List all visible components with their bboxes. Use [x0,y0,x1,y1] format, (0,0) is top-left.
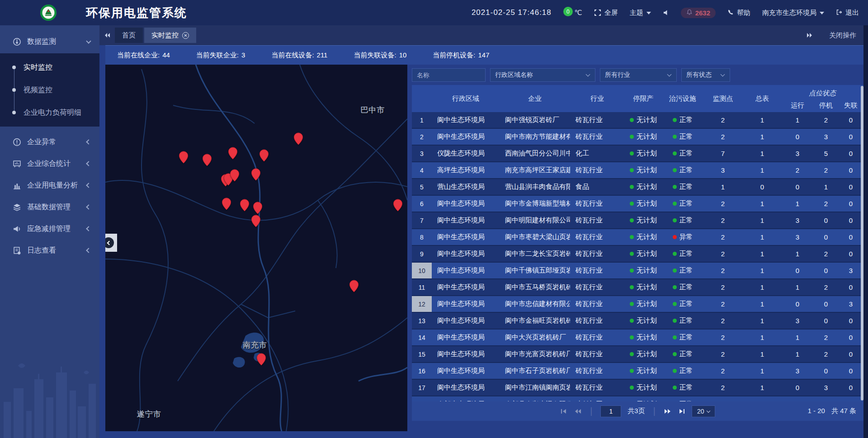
cell-company: 阆中明阳建材有限公司 [500,212,570,228]
table-row[interactable]: 16 阆中生态环境局 阆中市石子页岩机砖厂 砖瓦行业 无计划 正常 2 1 3 … [412,363,863,380]
map-marker-pin[interactable] [349,280,359,292]
map-marker-pin[interactable] [251,168,261,181]
limit-status-dot [630,185,634,189]
tabs-scroll-right-button[interactable] [802,33,817,38]
chevron-left-icon [86,248,91,253]
speaker-mute-icon[interactable] [663,9,669,16]
org-dropdown[interactable]: 南充市生态环境局 [762,9,824,17]
map-marker-pin[interactable] [259,149,269,162]
bell-icon [686,9,693,17]
table-row[interactable]: 2 阆中生态环境局 阆中市南方节能建材有 砖瓦行业 无计划 正常 2 1 0 3… [412,129,863,146]
table-row[interactable]: 17 阆中生态环境局 阆中市江南镇阆南页岩 砖瓦行业 无计划 正常 2 1 0 … [412,380,863,396]
table-row[interactable]: 10 阆中生态环境局 阆中千佛镇五郎垭页岩 砖瓦行业 无计划 正常 2 1 0 … [412,263,863,279]
last-page-button[interactable] [678,409,685,414]
chevron-down-icon [646,12,651,14]
chevron-down-icon [706,409,710,412]
map-marker-pin[interactable] [256,353,266,366]
notification-badge[interactable]: 2632 [681,8,716,18]
cell-stopped: 0 [813,313,839,329]
sidebar-item-5[interactable]: 基础数据管理 [0,196,99,218]
first-page-button[interactable] [560,409,567,414]
stat-item: 当前在线设备: 211 [271,51,327,60]
sidebar-subitem[interactable]: 企业电力负荷明细 [0,101,99,124]
region-select[interactable]: 行政区域名称 [490,68,595,82]
sidebar-item-6[interactable]: 应急减排管理 [0,218,99,240]
temperature-unit: ℃ [575,9,582,17]
map-panel[interactable]: 巴中市南充市遂宁市 [105,65,407,431]
table-row[interactable]: 15 阆中生态环境局 阆中市光富页岩机砖厂 砖瓦行业 无计划 正常 2 1 1 … [412,346,863,363]
table-row[interactable]: 6 阆中生态环境局 阆中市金博瑞新型墙材 砖瓦行业 无计划 正常 2 1 1 2… [412,196,863,212]
sidebar-item-7[interactable]: 日志查看 [0,240,99,261]
tabs-scroll-left-button[interactable] [99,33,115,38]
facility-status-dot [673,118,677,122]
enterprise-panel: 行政区域名称 所有行业 所有状态 行政区域 企业 [412,65,863,431]
map-marker-pin[interactable] [179,151,189,164]
page-size-select[interactable]: 20 [692,405,715,417]
exit-button[interactable]: 退出 [836,9,859,17]
map-marker-pin[interactable] [253,202,262,214]
map-marker-pin[interactable] [230,169,239,182]
cell-region: 阆中生态环境局 [432,330,500,345]
cell-stopped: 2 [813,346,839,362]
cell-stopped: 5 [813,146,839,161]
cell-running: 2 [782,162,813,178]
table-row[interactable]: 8 阆中生态环境局 阆中市枣碧大梁山页岩 砖瓦行业 无计划 异常 2 1 3 0… [412,229,863,246]
next-page-button[interactable] [664,409,672,414]
fullscreen-button[interactable]: 全屏 [594,9,618,17]
table-row[interactable]: 1 阆中生态环境局 阆中强锐页岩砖厂 砖瓦行业 无计划 正常 2 1 1 2 0 [412,112,863,129]
map-marker-pin[interactable] [203,154,212,166]
map-marker-pin[interactable] [228,147,237,160]
map-marker-pin[interactable] [393,199,402,212]
sidebar-subitem[interactable]: 视频监控 [0,79,99,101]
cell-points: 2 [703,330,743,345]
table-row[interactable]: 5 营山生态环境局 营山县润丰肉食品有限 食品 无计划 正常 1 0 0 1 0 [412,179,863,196]
facility-status-dot [673,302,677,306]
map-collapse-button[interactable] [105,234,117,252]
map-marker-pin[interactable] [251,215,261,227]
table-row[interactable]: 7 阆中生态环境局 阆中明阳建材有限公司 砖瓦行业 无计划 正常 2 1 3 0… [412,212,863,229]
table-row[interactable]: 13 阆中生态环境局 阆中市金福旺页岩机砖 砖瓦行业 无计划 正常 2 1 3 … [412,313,863,330]
sidebar-subitem[interactable]: 实时监控 [0,56,99,79]
table-row[interactable]: 18 南部生态环境局 南部县砌兴水泥有限公 建材加工 无计划 正常 6 0 0 … [412,396,863,401]
cell-region: 阆中生态环境局 [432,313,500,329]
cell-lost: 0 [839,146,863,161]
table-scrollbar-thumb[interactable] [861,86,863,400]
sidebar-item-1[interactable]: 数据监测 [0,30,99,53]
sidebar-item-2[interactable]: 企业异常 [0,131,99,153]
tab-home[interactable]: 首页 [115,28,143,43]
cell-stopped: 2 [813,279,839,295]
tab-realtime-monitoring[interactable]: 实时监控 ✕ [144,28,196,43]
limit-status-dot [630,235,634,239]
map-marker-pin[interactable] [240,199,249,212]
facility-status-dot [673,252,677,256]
theme-dropdown[interactable]: 主题 [630,9,651,17]
name-search-input[interactable] [412,68,486,82]
cell-running: 1 [782,279,813,295]
table-row[interactable]: 12 阆中生态环境局 阆中市忠信建材有限公 砖瓦行业 无计划 正常 2 1 0 … [412,296,863,313]
tab-close-icon[interactable]: ✕ [182,32,189,39]
previous-page-button[interactable] [574,409,582,414]
table-row[interactable]: 14 阆中生态环境局 阆中大兴页岩机砖厂 砖瓦行业 无计划 正常 2 1 1 2… [412,330,863,346]
cell-industry: 砖瓦行业 [570,212,624,228]
page-number-input[interactable] [600,405,621,417]
map-marker-pin[interactable] [222,198,231,210]
col-region: 行政区域 [432,85,500,112]
cell-points: 2 [703,279,743,295]
map-marker-pin[interactable] [293,132,303,145]
cell-points: 2 [703,196,743,212]
cell-region: 阆中生态环境局 [432,346,500,362]
table-row[interactable]: 11 阆中生态环境局 阆中市五马桥页岩机砖 砖瓦行业 无计划 正常 2 1 1 … [412,279,863,296]
help-button[interactable]: 帮助 [727,9,750,17]
cell-running: 3 [782,212,813,228]
stat-item: 当前失联企业: 3 [196,51,245,60]
table-row[interactable]: 9 阆中生态环境局 阆中市二龙长宝页岩砖 砖瓦行业 无计划 正常 2 1 1 2… [412,246,863,263]
industry-select[interactable]: 所有行业 [600,68,677,82]
sidebar-item-4[interactable]: 企业用电量分析 [0,174,99,196]
stat-label: 当前停机设备: [433,51,475,60]
table-row[interactable]: 4 高坪生态环境局 南充市高坪区王家店建 砖瓦行业 无计划 正常 3 1 2 2… [412,162,863,179]
limit-status-dot [630,319,634,323]
table-row[interactable]: 3 仪陇生态环境局 西南油气田分公司川中 化工 无计划 正常 7 1 3 5 0 [412,146,863,162]
close-operations-button[interactable]: 关闭操作 [829,31,856,40]
sidebar-item-3[interactable]: 企业综合统计 [0,153,99,174]
status-select[interactable]: 所有状态 [681,68,730,82]
